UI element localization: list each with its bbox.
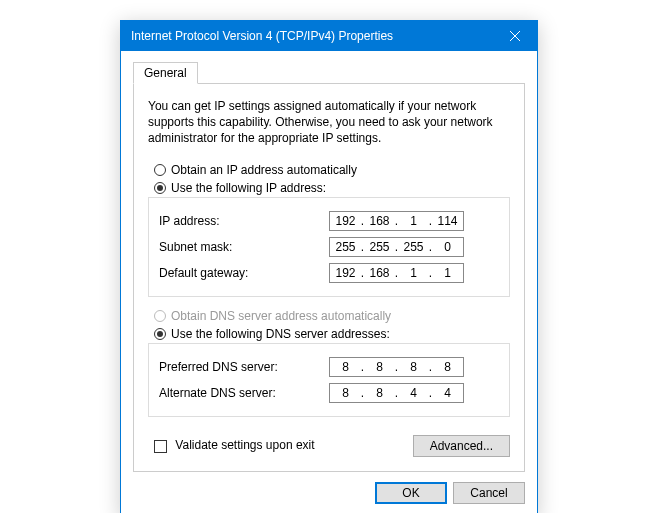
ok-button[interactable]: OK [375, 482, 447, 504]
tab-strip: General [133, 62, 525, 84]
window-title: Internet Protocol Version 4 (TCP/IPv4) P… [131, 29, 492, 43]
default-gateway-label: Default gateway: [159, 266, 329, 280]
field-ip-address: IP address: 192.168.1.114 [159, 208, 499, 234]
field-subnet-mask: Subnet mask: 255.255.255.0 [159, 234, 499, 260]
field-alternate-dns: Alternate DNS server: 8.8.4.4 [159, 380, 499, 406]
dialog-content: General You can get IP settings assigned… [121, 51, 537, 513]
advanced-button[interactable]: Advanced... [413, 435, 510, 457]
validate-label: Validate settings upon exit [175, 438, 314, 452]
field-preferred-dns: Preferred DNS server: 8.8.8.8 [159, 354, 499, 380]
preferred-dns-label: Preferred DNS server: [159, 360, 329, 374]
titlebar: Internet Protocol Version 4 (TCP/IPv4) P… [121, 21, 537, 51]
radio-icon-disabled [154, 310, 166, 322]
radio-icon [154, 164, 166, 176]
ip-address-input[interactable]: 192.168.1.114 [329, 211, 464, 231]
subnet-mask-input[interactable]: 255.255.255.0 [329, 237, 464, 257]
ip-address-label: IP address: [159, 214, 329, 228]
radio-icon-selected [154, 182, 166, 194]
footer-row: Validate settings upon exit Advanced... [148, 427, 510, 457]
radio-icon-selected [154, 328, 166, 340]
radio-dns-manual-label: Use the following DNS server addresses: [171, 327, 390, 341]
radio-dns-manual[interactable]: Use the following DNS server addresses: [148, 325, 510, 343]
close-icon [510, 31, 520, 41]
preferred-dns-input[interactable]: 8.8.8.8 [329, 357, 464, 377]
subnet-mask-label: Subnet mask: [159, 240, 329, 254]
radio-ip-manual[interactable]: Use the following IP address: [148, 179, 510, 197]
alternate-dns-input[interactable]: 8.8.4.4 [329, 383, 464, 403]
dialog-window: Internet Protocol Version 4 (TCP/IPv4) P… [120, 20, 538, 513]
dns-group: Preferred DNS server: 8.8.8.8 Alternate … [148, 343, 510, 417]
tab-general[interactable]: General [133, 62, 198, 84]
radio-dns-auto: Obtain DNS server address automatically [148, 307, 510, 325]
cancel-button[interactable]: Cancel [453, 482, 525, 504]
radio-ip-manual-label: Use the following IP address: [171, 181, 326, 195]
close-button[interactable] [492, 21, 537, 51]
dialog-buttons: OK Cancel [133, 472, 525, 504]
field-default-gateway: Default gateway: 192.168.1.1 [159, 260, 499, 286]
intro-text: You can get IP settings assigned automat… [148, 98, 510, 147]
checkbox-icon [154, 440, 167, 453]
ip-group: IP address: 192.168.1.114 Subnet mask: 2… [148, 197, 510, 297]
default-gateway-input[interactable]: 192.168.1.1 [329, 263, 464, 283]
validate-checkbox-row[interactable]: Validate settings upon exit [154, 438, 315, 452]
radio-dns-auto-label: Obtain DNS server address automatically [171, 309, 391, 323]
radio-ip-auto[interactable]: Obtain an IP address automatically [148, 161, 510, 179]
alternate-dns-label: Alternate DNS server: [159, 386, 329, 400]
tab-panel-general: You can get IP settings assigned automat… [133, 83, 525, 472]
radio-ip-auto-label: Obtain an IP address automatically [171, 163, 357, 177]
